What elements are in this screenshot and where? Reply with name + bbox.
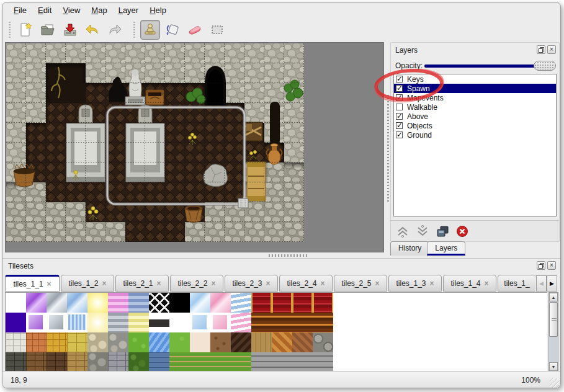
layer-visibility-checkbox[interactable]: ✓ (396, 113, 403, 120)
palette-tile[interactable] (210, 352, 231, 372)
selection-resize-handle[interactable] (238, 198, 248, 208)
tab-close-icon[interactable]: × (157, 279, 161, 288)
tileset-tab-tiles_2_2[interactable]: tiles_2_2× (170, 275, 223, 292)
palette-tile[interactable] (190, 313, 210, 332)
layer-row-spawn[interactable]: ✓Spawn (394, 84, 556, 93)
palette-tile[interactable] (108, 293, 128, 313)
tab-close-icon[interactable]: × (321, 279, 325, 288)
duplicate-layer-button[interactable] (434, 223, 450, 239)
layer-visibility-checkbox[interactable]: ✓ (396, 131, 403, 138)
tileset-tab-tiles_1_2[interactable]: tiles_1_2× (61, 275, 114, 292)
palette-tile[interactable] (128, 332, 149, 352)
palette-tile[interactable] (231, 352, 251, 372)
toolbar-drag-handle[interactable] (132, 22, 137, 38)
save-file-button[interactable] (60, 20, 80, 40)
palette-tile[interactable] (272, 293, 292, 313)
select-tool-button[interactable] (207, 20, 227, 40)
palette-tile[interactable] (47, 293, 67, 313)
palette-tile[interactable] (210, 332, 231, 352)
tileset-tab-tiles_2_3[interactable]: tiles_2_3× (225, 275, 278, 292)
dock-tab-layers[interactable]: Layers (427, 241, 465, 256)
opacity-slider[interactable] (424, 65, 555, 68)
palette-tile[interactable] (210, 293, 231, 313)
tileset-palette[interactable] (5, 292, 547, 372)
move-layer-up-button[interactable] (395, 223, 411, 239)
layer-row-ground[interactable]: ✓Ground (394, 130, 556, 140)
menu-item-edit[interactable]: Edit (32, 4, 57, 17)
palette-tile[interactable] (149, 352, 169, 372)
tileset-tab-tiles_1_3[interactable]: tiles_1_3× (388, 275, 442, 292)
palette-tile[interactable] (292, 313, 313, 332)
tileset-tab-tiles_1_1[interactable]: tiles_1_1× (5, 275, 60, 292)
layer-visibility-checkbox[interactable]: ✓ (396, 85, 403, 92)
tileset-tab-tiles_1[interactable]: tiles_1_ (498, 275, 535, 292)
palette-tile[interactable] (108, 352, 128, 372)
opacity-slider-handle[interactable] (534, 61, 556, 71)
palette-tile[interactable] (67, 293, 87, 313)
palette-tile[interactable] (169, 352, 190, 372)
undo-button[interactable] (83, 20, 102, 40)
move-layer-down-button[interactable] (414, 223, 431, 239)
palette-tile[interactable] (149, 293, 169, 313)
palette-tile[interactable] (292, 332, 313, 352)
stamp-tool-button[interactable] (140, 20, 160, 40)
open-file-button[interactable] (38, 20, 58, 40)
palette-tile[interactable] (128, 293, 149, 313)
tab-close-icon[interactable]: × (102, 279, 107, 288)
palette-tile[interactable] (313, 332, 333, 352)
palette-tile[interactable] (169, 332, 190, 352)
palette-tile[interactable] (251, 293, 272, 313)
layer-visibility-checkbox[interactable]: ✓ (396, 122, 403, 129)
eraser-tool-button[interactable] (185, 20, 205, 40)
palette-tile[interactable] (251, 352, 272, 372)
fill-tool-button[interactable] (163, 20, 182, 40)
palette-tile[interactable] (272, 332, 292, 352)
tileset-tab-tiles_2_1[interactable]: tiles_2_1× (115, 275, 169, 292)
map-canvas[interactable] (5, 42, 384, 252)
palette-tile[interactable] (87, 293, 108, 313)
tileset-tabs-scroll-right-button[interactable]: ▶ (547, 275, 557, 292)
palette-tile[interactable] (190, 332, 210, 352)
scroll-up-button[interactable]: ▲ (549, 293, 558, 301)
layer-visibility-checkbox[interactable]: ✓ (396, 94, 403, 101)
palette-tile[interactable] (272, 352, 292, 372)
palette-tile[interactable] (26, 313, 47, 332)
layer-visibility-checkbox[interactable]: ✓ (396, 76, 403, 82)
palette-tile[interactable] (47, 332, 67, 352)
tab-close-icon[interactable]: × (485, 279, 489, 288)
palette-tile[interactable] (6, 352, 26, 372)
horizontal-splitter[interactable] (5, 252, 559, 258)
palette-tile[interactable] (67, 313, 87, 332)
tileset-tab-tiles_2_5[interactable]: tiles_2_5× (334, 275, 387, 292)
palette-tile[interactable] (47, 313, 67, 332)
palette-tile[interactable] (47, 352, 67, 372)
layer-row-above[interactable]: ✓Above (394, 112, 556, 121)
palette-tile[interactable] (67, 332, 87, 352)
tab-close-icon[interactable]: × (47, 280, 51, 288)
redo-button[interactable] (105, 20, 125, 40)
palette-tile[interactable] (292, 352, 313, 372)
palette-tile[interactable] (87, 313, 108, 332)
layers-panel-close-button[interactable]: × (547, 45, 556, 54)
palette-tile[interactable] (251, 332, 272, 352)
menu-item-layer[interactable]: Layer (113, 4, 145, 17)
layer-row-walkable[interactable]: Walkable (394, 102, 556, 112)
palette-tile[interactable] (108, 313, 128, 332)
palette-tile[interactable] (251, 313, 272, 332)
palette-tile[interactable] (231, 332, 251, 352)
palette-scrollbar[interactable]: ▲ ▼ (548, 292, 558, 372)
menu-item-help[interactable]: Help (144, 4, 172, 17)
tileset-tab-tiles_1_4[interactable]: tiles_1_4× (443, 275, 496, 292)
scrollbar-thumb[interactable] (549, 302, 558, 337)
delete-layer-button[interactable] (454, 223, 470, 239)
layer-row-keys[interactable]: ✓Keys (394, 74, 556, 84)
tilesets-panel-float-button[interactable] (537, 261, 545, 270)
layers-panel-float-button[interactable] (537, 45, 545, 54)
palette-tile[interactable] (149, 332, 169, 352)
toolbar-drag-handle[interactable] (7, 22, 12, 38)
palette-tile[interactable] (6, 332, 26, 352)
palette-tile[interactable] (149, 313, 169, 332)
palette-tile[interactable] (6, 313, 26, 332)
palette-tile[interactable] (26, 352, 47, 372)
palette-tile[interactable] (313, 352, 333, 372)
